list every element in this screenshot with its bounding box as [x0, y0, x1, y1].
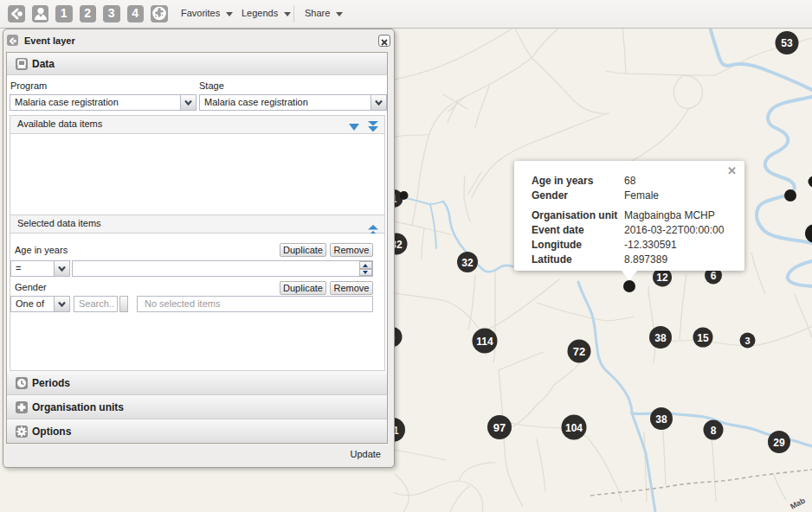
- svg-text:114: 114: [476, 336, 493, 348]
- svg-text:8: 8: [711, 425, 717, 437]
- svg-text:38: 38: [655, 413, 667, 426]
- svg-text:29: 29: [773, 437, 785, 449]
- svg-text:53: 53: [781, 37, 793, 49]
- svg-text:12: 12: [656, 272, 668, 284]
- svg-text:15: 15: [697, 332, 709, 344]
- svg-text:32: 32: [461, 257, 474, 269]
- svg-text:38: 38: [654, 332, 667, 344]
- svg-text:6: 6: [711, 270, 717, 282]
- svg-text:104: 104: [565, 422, 583, 434]
- svg-text:3: 3: [744, 336, 750, 346]
- svg-text:97: 97: [493, 421, 506, 434]
- svg-text:72: 72: [573, 345, 585, 358]
